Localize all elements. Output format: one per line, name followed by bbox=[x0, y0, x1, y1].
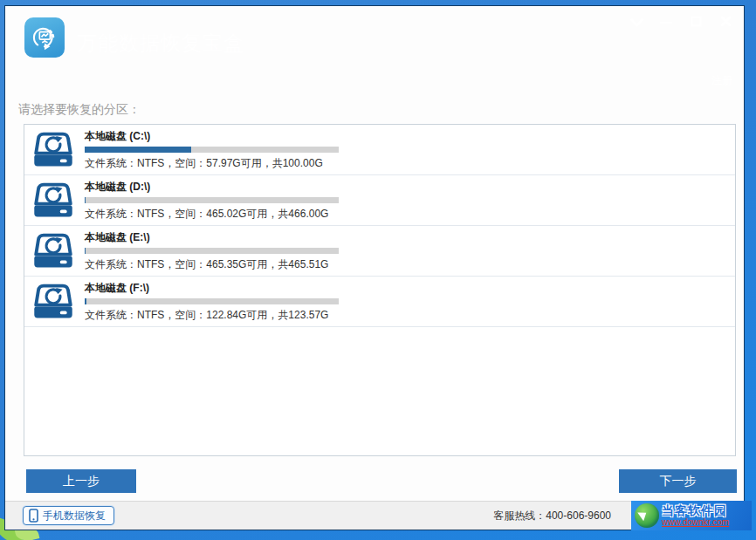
usage-bar-fill bbox=[85, 197, 86, 203]
partition-info: 文件系统：NTFS，空间：122.84G可用，共123.57G bbox=[85, 308, 735, 323]
maximize-button[interactable] bbox=[688, 15, 704, 31]
usage-bar bbox=[85, 197, 339, 203]
hotline-text: 客服热线：400-606-9600 bbox=[493, 502, 611, 530]
window-menu-button[interactable] bbox=[629, 15, 644, 31]
partition-row[interactable]: 本地磁盘 (C:\) 文件系统：NTFS，空间：57.97G可用，共100.00… bbox=[24, 125, 735, 175]
register-link[interactable]: 注册 bbox=[711, 73, 732, 88]
usage-bar-fill bbox=[85, 298, 86, 304]
site-url: www.downkr.com bbox=[662, 518, 729, 527]
partition-name: 本地磁盘 (F:\) bbox=[85, 282, 735, 295]
app-window: 万能数据恢复宝盒 注册 bbox=[4, 5, 745, 530]
usage-bar-fill bbox=[85, 147, 191, 153]
phone-recovery-button[interactable]: 手机数据恢复 bbox=[23, 506, 114, 525]
app-logo-icon bbox=[24, 17, 65, 58]
next-step-button[interactable]: 下一步 bbox=[619, 469, 737, 493]
site-watermark[interactable]: 当客软件园 www.downkr.com bbox=[631, 501, 752, 530]
maximize-icon bbox=[691, 16, 702, 30]
partition-list: 本地磁盘 (C:\) 文件系统：NTFS，空间：57.97G可用，共100.00… bbox=[24, 124, 736, 456]
site-logo-icon bbox=[635, 503, 659, 528]
partition-row[interactable]: 本地磁盘 (E:\) 文件系统：NTFS，空间：465.35G可用，共465.5… bbox=[24, 226, 735, 277]
footer-bar: 手机数据恢复 客服热线：400-606-9600 当客软件园 www.downk… bbox=[5, 501, 744, 530]
partition-info: 文件系统：NTFS，空间：465.35G可用，共465.51G bbox=[85, 257, 735, 272]
site-name: 当客软件园 bbox=[662, 504, 729, 516]
select-partition-prompt: 请选择要恢复的分区： bbox=[18, 102, 744, 118]
partition-info: 文件系统：NTFS，空间：57.97G可用，共100.00G bbox=[85, 156, 735, 171]
usage-bar bbox=[85, 298, 339, 304]
titlebar: 万能数据恢复宝盒 注册 bbox=[5, 6, 744, 92]
partition-row[interactable]: 本地磁盘 (D:\) 文件系统：NTFS，空间：465.02G可用，共466.0… bbox=[24, 175, 735, 226]
minimize-button[interactable] bbox=[658, 15, 674, 31]
partition-row[interactable]: 本地磁盘 (F:\) 文件系统：NTFS，空间：122.84G可用，共123.5… bbox=[24, 277, 735, 327]
chevron-down-icon bbox=[630, 17, 643, 30]
previous-step-button[interactable]: 上一步 bbox=[26, 469, 136, 493]
disk-drive-icon bbox=[33, 232, 73, 270]
partition-info: 文件系统：NTFS，空间：465.02G可用，共466.00G bbox=[85, 207, 735, 222]
app-title: 万能数据恢复宝盒 bbox=[77, 30, 244, 57]
minimize-icon bbox=[660, 17, 672, 30]
disk-drive-icon bbox=[33, 181, 73, 220]
window-controls bbox=[629, 15, 733, 31]
disk-drive-icon bbox=[33, 131, 73, 169]
phone-recovery-label: 手机数据恢复 bbox=[43, 509, 106, 523]
close-button[interactable] bbox=[718, 15, 733, 31]
partition-name: 本地磁盘 (C:\) bbox=[85, 130, 735, 143]
disk-drive-icon bbox=[33, 283, 73, 321]
usage-bar bbox=[85, 248, 339, 254]
phone-icon bbox=[29, 509, 38, 523]
partition-name: 本地磁盘 (E:\) bbox=[85, 231, 735, 244]
partition-name: 本地磁盘 (D:\) bbox=[85, 181, 735, 194]
close-icon bbox=[720, 16, 732, 30]
usage-bar bbox=[85, 147, 339, 153]
